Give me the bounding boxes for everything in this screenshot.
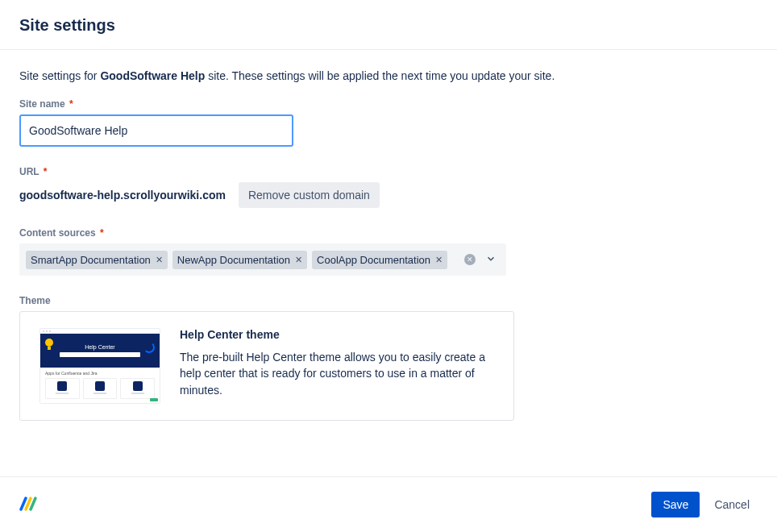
page-header: Site settings (0, 0, 777, 50)
remove-tag-icon[interactable]: ✕ (435, 256, 443, 264)
site-name-input[interactable] (19, 114, 293, 147)
site-name-label: Site name * (19, 98, 758, 110)
chevron-down-icon[interactable] (485, 253, 497, 267)
url-label: URL * (19, 166, 758, 177)
required-marker: * (100, 227, 104, 239)
intro-suffix: site. These settings will be applied the… (205, 69, 555, 82)
tag-label: NewApp Documentation (177, 254, 290, 266)
lightbulb-icon (45, 339, 53, 350)
content-source-tag: SmartApp Documentation ✕ (26, 251, 168, 269)
footer: Save Cancel (0, 476, 777, 532)
required-marker: * (69, 98, 73, 110)
theme-label: Theme (19, 295, 758, 306)
footer-logo (19, 496, 39, 514)
content-source-tag: NewApp Documentation ✕ (172, 251, 307, 269)
intro-text: Site settings for GoodSoftware Help site… (19, 69, 758, 82)
field-url: URL * goodsoftware-help.scrollyourwiki.c… (19, 166, 758, 208)
footer-actions: Save Cancel (651, 492, 758, 517)
intro-site-name: GoodSoftware Help (100, 69, 205, 82)
content-source-tag: CoolApp Documentation ✕ (312, 251, 447, 269)
swirl-icon (143, 342, 155, 353)
theme-info: Help Center theme The pre-built Help Cen… (180, 328, 494, 398)
thumb-section-label: Apps for Confluence and Jira (45, 371, 155, 376)
thumb-hero: Help Center (40, 334, 160, 368)
settings-page: Site settings Site settings for GoodSoft… (0, 0, 777, 532)
url-label-text: URL (19, 166, 39, 177)
theme-card: Help Center Apps for Confluence and Jira (19, 311, 514, 421)
thumb-title: Help Center (85, 344, 114, 350)
remove-custom-domain-button[interactable]: Remove custom domain (239, 182, 380, 208)
clear-all-icon[interactable]: ✕ (464, 254, 476, 265)
site-name-label-text: Site name (19, 98, 65, 110)
content-sources-label-text: Content sources (19, 227, 96, 239)
url-row: goodsoftware-help.scrollyourwiki.com Rem… (19, 182, 758, 208)
field-site-name: Site name * (19, 98, 758, 147)
content-sources-label: Content sources * (19, 227, 758, 239)
field-theme: Theme Help Center Apps for Confluence an… (19, 295, 758, 421)
content-sources-select[interactable]: SmartApp Documentation ✕ NewApp Document… (19, 243, 506, 276)
brand-logo-icon (19, 496, 39, 512)
thumb-cards (45, 378, 155, 399)
theme-thumbnail: Help Center Apps for Confluence and Jira (39, 328, 160, 404)
required-marker: * (44, 166, 48, 177)
theme-card-description: The pre-built Help Center theme allows y… (180, 349, 494, 398)
remove-tag-icon[interactable]: ✕ (156, 256, 163, 264)
intro-prefix: Site settings for (19, 69, 100, 82)
thumb-accent (150, 398, 158, 401)
remove-tag-icon[interactable]: ✕ (295, 256, 302, 264)
content-area: Site settings for GoodSoftware Help site… (0, 50, 777, 476)
field-content-sources: Content sources * SmartApp Documentation… (19, 227, 758, 276)
save-button[interactable]: Save (651, 492, 700, 517)
tag-label: CoolApp Documentation (317, 254, 430, 266)
page-title: Site settings (19, 16, 758, 35)
tag-label: SmartApp Documentation (31, 254, 151, 266)
theme-card-title: Help Center theme (180, 328, 494, 341)
url-value: goodsoftware-help.scrollyourwiki.com (19, 189, 226, 202)
thumb-search-bar (60, 352, 140, 357)
thumb-body: Apps for Confluence and Jira (40, 368, 160, 403)
cancel-button[interactable]: Cancel (706, 492, 758, 517)
